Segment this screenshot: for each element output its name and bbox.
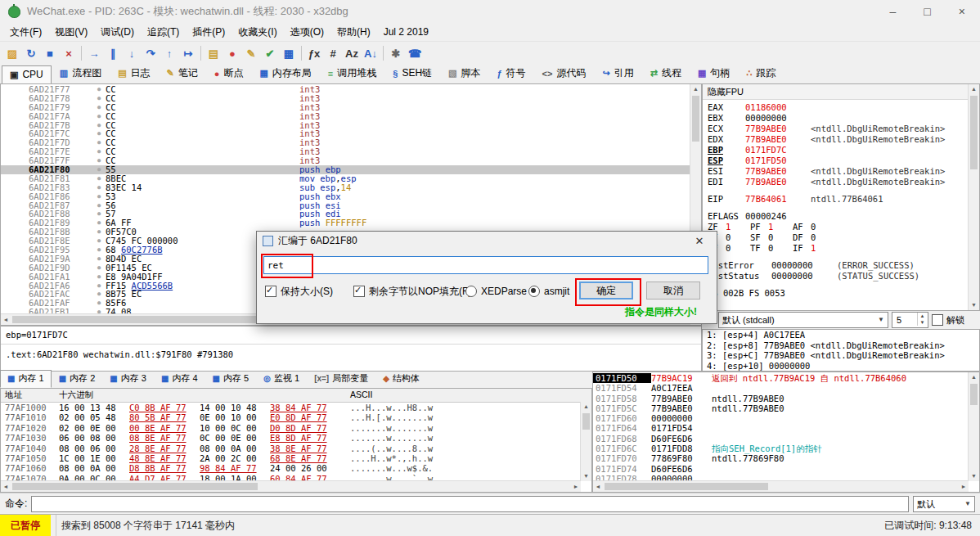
tab-locals[interactable]: [x=]局部变量 <box>307 370 375 388</box>
memory-row[interactable]: 77AF100016 00 13 48C0 8B AF 7714 00 10 4… <box>1 403 581 412</box>
argument-count-stepper[interactable]: 5 ▲▼ <box>892 312 928 328</box>
pause-icon[interactable]: ∥ <box>104 44 122 62</box>
register-row[interactable]: ESP0171FD50 <box>708 155 968 166</box>
stack-row[interactable]: 0171FD5C77B9ABE0ntdll.77B9ABE0 <box>593 403 969 413</box>
step-out-icon[interactable]: ↑ <box>160 44 178 62</box>
scroll-up-icon[interactable]: ▲ <box>969 372 979 382</box>
menu-favourites[interactable]: 收藏夹(I) <box>232 24 283 41</box>
dialog-close-icon[interactable]: ✕ <box>688 235 711 247</box>
disassembly-row[interactable]: 6AD21F7F●CCint3 <box>1 156 690 165</box>
breakpoint-gutter[interactable] <box>1 138 29 147</box>
tab-script[interactable]: ▧脚本 <box>440 63 488 84</box>
tab-references[interactable]: ↪引用 <box>594 63 641 84</box>
unlock-checkbox[interactable] <box>932 314 943 326</box>
breakpoint-gutter[interactable] <box>1 183 29 192</box>
tab-dump-5[interactable]: ▦内存 5 <box>205 370 257 388</box>
register-row[interactable]: EDI77B9ABE0<ntdll.DbgUiRemoteBreakin> <box>708 177 968 187</box>
memory-horizontal-scrollbar[interactable]: ◄ ► <box>1 480 581 492</box>
argument-row[interactable]: 1: [esp+4] A0C17EEA <box>703 330 979 340</box>
register-row[interactable]: EDX77B9ABE0<ntdll.DbgUiRemoteBreakin> <box>708 134 968 145</box>
argument-row[interactable]: 2: [esp+8] 77B9ABE0 <ntdll.DbgUiRemoteBr… <box>703 340 979 351</box>
argument-row[interactable]: 4: [esp+10] 00000000 <box>703 361 979 372</box>
scroll-thumb[interactable] <box>605 483 768 490</box>
register-row[interactable]: ZF1PF1AF0 <box>708 222 968 232</box>
tab-symbols[interactable]: ƒ符号 <box>488 63 533 84</box>
scroll-thumb[interactable] <box>970 384 978 405</box>
hide-fpu-button[interactable]: 隐藏FPU <box>708 87 744 97</box>
breakpoint-gutter[interactable] <box>1 129 29 138</box>
scroll-thumb[interactable] <box>970 96 978 169</box>
register-row[interactable]: EFLAGS00000246 <box>708 211 968 222</box>
run-icon[interactable]: → <box>85 44 103 62</box>
stack-row[interactable]: 0171FD68D60FE6D6 <box>593 434 969 444</box>
scroll-thumb[interactable] <box>12 483 258 490</box>
disassembly-row[interactable]: 6AD21F89●6A FFpush FFFFFFFF <box>1 218 690 227</box>
assembly-instruction-input[interactable] <box>263 256 708 274</box>
breakpoint-gutter[interactable] <box>1 103 29 112</box>
close-debuggee-icon[interactable]: × <box>60 44 78 62</box>
tab-dump-2[interactable]: ▦内存 2 <box>52 370 103 388</box>
scroll-left-icon[interactable]: ◄ <box>593 481 603 492</box>
disassembly-row[interactable]: 6AD21F79●CCint3 <box>1 103 690 112</box>
tab-dump-4[interactable]: ▦内存 4 <box>154 370 205 388</box>
argument-row[interactable]: 3: [esp+C] 77B9ABE0 <ntdll.DbgUiRemoteBr… <box>703 350 979 361</box>
breakpoint-gutter[interactable] <box>1 112 29 121</box>
tab-memory-map[interactable]: ▦内存布局 <box>251 63 319 84</box>
disassembly-row[interactable]: 6AD21F77●CCint3 <box>1 85 690 94</box>
az-icon[interactable]: Az <box>343 44 361 62</box>
breakpoint-gutter[interactable] <box>1 236 29 245</box>
memory-row[interactable]: 77AF106008 00 0A 00D8 8B AF 7798 84 AF 7… <box>1 463 581 473</box>
log-icon[interactable]: ▤ <box>205 44 223 62</box>
disassembly-row[interactable]: 6AD21F7A●CCint3 <box>1 112 690 121</box>
stack-row[interactable]: 0171FD6C0171FDD8指向SEH_Record[1]的指针 <box>593 444 969 453</box>
scroll-up-icon[interactable]: ▲ <box>969 84 979 94</box>
tab-notes[interactable]: ✎笔记 <box>159 63 206 84</box>
menu-view[interactable]: 视图(V) <box>48 24 94 41</box>
engine-option-asmjit[interactable]: asmjit <box>528 282 569 300</box>
menu-file[interactable]: 文件(F) <box>3 24 48 41</box>
tab-trace[interactable]: ∴跟踪 <box>738 63 784 84</box>
breakpoint-gutter[interactable] <box>1 218 29 227</box>
scroll-down-icon[interactable]: ▼ <box>969 300 979 310</box>
breakpoint-gutter[interactable] <box>1 299 29 308</box>
engine-option-xedparse[interactable]: XEDParse <box>465 282 527 300</box>
register-row[interactable]: ECX77B9ABE0<ntdll.DbgUiRemoteBreakin> <box>708 124 968 134</box>
fx-icon[interactable]: ƒx <box>305 44 323 62</box>
hash-icon[interactable]: # <box>324 44 342 62</box>
sort-icon[interactable]: A↓ <box>362 44 380 62</box>
breakpoint-gutter[interactable] <box>1 121 29 130</box>
breakpoint-gutter[interactable] <box>1 245 29 254</box>
tab-breakpoints[interactable]: ●断点 <box>206 63 252 84</box>
scroll-down-icon[interactable]: ▼ <box>969 471 979 481</box>
breakpoint-gutter[interactable] <box>1 290 29 299</box>
notes-icon[interactable]: ✎ <box>242 44 260 62</box>
stack-row[interactable]: 0171FD5877B9ABE0ntdll.77B9ABE0 <box>593 394 969 403</box>
tab-dump-1[interactable]: ▦内存 1 <box>0 370 52 388</box>
register-row[interactable]: EIP77B64061ntdll.77B64061 <box>708 194 968 205</box>
breakpoint-gutter[interactable] <box>1 94 29 103</box>
settings-icon[interactable]: ✱ <box>387 44 405 62</box>
ok-button[interactable]: 确定 <box>579 282 633 300</box>
nop-fill-checkbox[interactable] <box>353 286 365 297</box>
xedparse-radio[interactable] <box>465 286 477 297</box>
disassembly-row[interactable]: 6AD21F78●CCint3 <box>1 94 690 103</box>
stack-row[interactable]: 0171FD7077869F80ntdll.77869F80 <box>593 453 969 463</box>
keep-size-option[interactable]: 保持大小(S) <box>265 282 333 300</box>
disassembly-row[interactable]: 6AD21F7C●CCint3 <box>1 129 690 138</box>
step-into-icon[interactable]: ↓ <box>123 44 141 62</box>
scroll-right-icon[interactable]: ► <box>959 481 969 492</box>
tab-cpu[interactable]: ▣CPU <box>2 65 52 84</box>
stack-vertical-scrollbar[interactable]: ▲ ▼ <box>968 372 979 481</box>
open-file-icon[interactable]: ▨ <box>3 44 21 62</box>
cancel-button[interactable]: 取消 <box>646 282 700 300</box>
tab-handles[interactable]: ▦句柄 <box>690 63 738 84</box>
breakpoint-gutter[interactable] <box>1 227 29 236</box>
breakpoint-gutter[interactable] <box>1 156 29 165</box>
register-row[interactable]: EAX01186000 <box>708 102 968 113</box>
breakpoint-gutter[interactable] <box>1 174 29 183</box>
memory-map-icon[interactable]: ▦ <box>280 44 298 62</box>
disassembly-row[interactable]: 6AD21F7D●CCint3 <box>1 138 690 147</box>
menu-trace[interactable]: 追踪(T) <box>141 24 186 41</box>
command-input[interactable] <box>31 496 909 512</box>
register-row[interactable]: LastStatus00000000(STATUS_SUCCESS) <box>708 271 968 282</box>
